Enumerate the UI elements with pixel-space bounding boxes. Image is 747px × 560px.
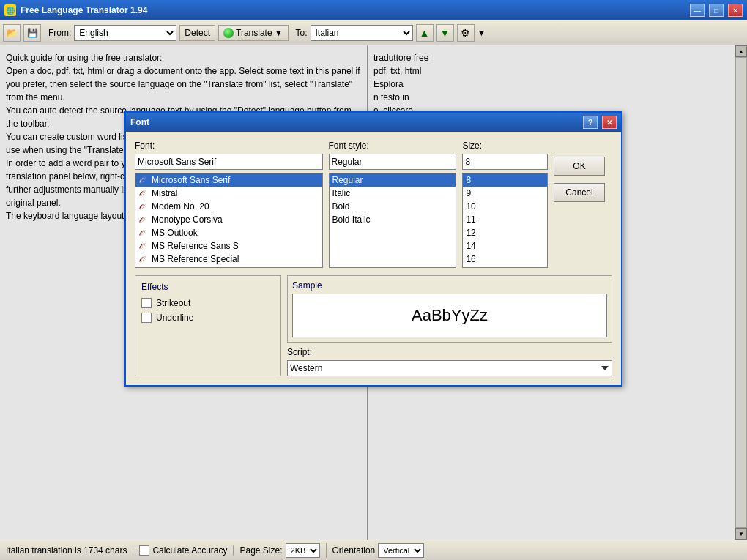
title-bar: 🌐 Free Language Translator 1.94 — □ ✕ — [0, 0, 747, 20]
size-list-item[interactable]: 9 — [463, 187, 547, 200]
strikeout-item: Strikeout — [141, 298, 275, 308]
size-list-item[interactable]: 12 — [463, 226, 547, 239]
toolbar: 📂 💾 From: English Detect Translate ▼ To:… — [0, 20, 747, 45]
font-ok-button[interactable]: OK — [554, 157, 605, 176]
font-dialog-title: Font — [130, 117, 579, 127]
detect-button[interactable]: Detect — [179, 25, 215, 41]
translate-icon — [223, 28, 234, 38]
font-name-input[interactable] — [135, 154, 323, 170]
style-item-label: Regular — [332, 175, 363, 185]
font-column: Font: 𝒪 Microsoft Sans Serif 𝒪 Mistral — [135, 141, 323, 268]
font-list-item-label: Monotype Corsiva — [152, 214, 223, 225]
font-listbox[interactable]: 𝒪 Microsoft Sans Serif 𝒪 Mistral 𝒪 Modem… — [135, 173, 323, 268]
modal-overlay: Font ? ✕ Font: 𝒪 Microsoft Sans Serif — [0, 45, 747, 540]
font-cancel-button[interactable]: Cancel — [554, 183, 605, 202]
font-list-item-label: Microsoft Sans Serif — [152, 175, 230, 185]
size-list-item[interactable]: 10 — [463, 200, 547, 213]
font-list-item-label: MS Reference Sans S — [152, 241, 239, 251]
font-dialog-help-button[interactable]: ? — [583, 116, 598, 129]
font-bottom-row: Effects Strikeout Underline — [135, 275, 612, 376]
font-type-icon: 𝒪 — [138, 255, 147, 264]
font-list-item-label: Modem No. 20 — [152, 201, 209, 212]
dialog-buttons-column: OK Cancel — [554, 141, 612, 268]
open-folder-button[interactable]: 📂 — [3, 24, 21, 42]
font-list-item[interactable]: 𝒪 MS Reference Special — [135, 253, 322, 266]
font-list-item-label: MS Outlook — [152, 228, 198, 238]
from-label: From: — [48, 28, 71, 38]
calculate-accuracy-checkbox[interactable] — [139, 545, 149, 556]
page-size-section: Page Size: 2KB — [239, 543, 326, 558]
orientation-dropdown[interactable]: Vertical — [378, 543, 424, 558]
style-item-label: Bold Italic — [332, 214, 371, 225]
script-label: Script: — [287, 347, 612, 357]
style-col-label: Font style: — [329, 141, 457, 151]
font-list-item[interactable]: 𝒪 Monotype Corsiva — [135, 213, 322, 226]
sample-script-column: Sample AaBbYyZz Script: Western — [287, 275, 612, 376]
strikeout-checkbox[interactable] — [141, 298, 152, 308]
app-title: Free Language Translator 1.94 — [21, 5, 685, 15]
font-type-icon: 𝒪 — [138, 228, 147, 238]
sample-text: AaBbYyZz — [412, 306, 488, 325]
font-type-icon: 𝒪 — [138, 202, 147, 212]
font-col-label: Font: — [135, 141, 323, 151]
style-input[interactable] — [329, 154, 457, 170]
main-area: Quick guide for using the free translato… — [0, 45, 747, 540]
orientation-section: Orientation Vertical — [332, 543, 431, 558]
to-label: To: — [296, 28, 308, 38]
arrow-up-button[interactable]: ▲ — [416, 24, 434, 42]
style-item-label: Italic — [332, 188, 351, 198]
to-language-dropdown[interactable]: Italian — [311, 25, 413, 41]
font-list-item[interactable]: 𝒪 Mistral — [135, 187, 322, 200]
font-type-icon: 𝒪 — [138, 176, 147, 185]
size-list-item[interactable]: 16 — [463, 253, 547, 266]
effects-legend: Effects — [141, 282, 275, 292]
page-size-label: Page Size: — [239, 545, 282, 556]
font-list-item[interactable]: 𝒪 MS Reference Sans S — [135, 239, 322, 253]
orientation-label: Orientation — [332, 545, 376, 556]
settings-button[interactable]: ⚙ — [457, 24, 475, 42]
style-list-item[interactable]: Italic — [330, 187, 456, 200]
style-listbox[interactable]: Regular Italic Bold Bold Italic — [329, 173, 457, 268]
style-item-label: Bold — [332, 201, 350, 212]
app-icon: 🌐 — [4, 4, 16, 16]
maximize-button[interactable]: □ — [709, 4, 724, 17]
font-top-row: Font: 𝒪 Microsoft Sans Serif 𝒪 Mistral — [135, 141, 612, 268]
page-size-dropdown[interactable]: 2KB — [286, 543, 320, 558]
size-listbox[interactable]: 8 9 10 11 12 14 16 — [462, 173, 548, 268]
status-bar: Italian translation is 1734 chars Calcul… — [0, 540, 747, 560]
size-list-item[interactable]: 8 — [463, 173, 547, 187]
font-dialog-close-button[interactable]: ✕ — [602, 116, 617, 129]
font-list-item[interactable]: 𝒪 MS Outlook — [135, 226, 322, 239]
font-list-item-label: Mistral — [152, 188, 177, 198]
font-list-item[interactable]: 𝒪 Microsoft Sans Serif — [135, 173, 322, 187]
script-dropdown[interactable]: Western — [287, 360, 612, 376]
size-input[interactable] — [462, 154, 548, 170]
font-list-item-label: MS Reference Special — [152, 254, 239, 264]
translation-info: Italian translation is 1734 chars — [6, 545, 127, 556]
font-dialog-titlebar: Font ? ✕ — [126, 113, 621, 132]
translation-info-section: Italian translation is 1734 chars — [6, 545, 133, 556]
font-dialog: Font ? ✕ Font: 𝒪 Microsoft Sans Serif — [124, 111, 622, 387]
style-column: Font style: Regular Italic Bold — [329, 141, 457, 268]
underline-item: Underline — [141, 313, 275, 323]
script-row: Script: Western — [287, 347, 612, 376]
font-type-icon: 𝒪 — [138, 189, 147, 198]
arrow-down-button[interactable]: ▼ — [436, 24, 454, 42]
from-language-dropdown[interactable]: English — [74, 25, 176, 41]
style-list-item[interactable]: Bold Italic — [330, 213, 456, 226]
size-list-item[interactable]: 14 — [463, 239, 547, 253]
translate-button[interactable]: Translate ▼ — [218, 25, 288, 41]
detect-label: Detect — [185, 28, 210, 38]
close-button[interactable]: ✕ — [728, 4, 743, 17]
size-list-item[interactable]: 11 — [463, 213, 547, 226]
save-button[interactable]: 💾 — [23, 24, 41, 42]
size-column: Size: 8 9 10 11 12 14 16 — [462, 141, 548, 268]
underline-checkbox[interactable] — [141, 313, 152, 323]
style-list-item[interactable]: Bold — [330, 200, 456, 213]
minimize-button[interactable]: — — [690, 4, 705, 17]
font-list-item[interactable]: 𝒪 Modem No. 20 — [135, 200, 322, 213]
style-list-item[interactable]: Regular — [330, 173, 456, 187]
underline-label: Underline — [156, 313, 193, 323]
calculate-accuracy-section: Calculate Accuracy — [139, 545, 234, 556]
sample-legend: Sample — [292, 280, 607, 291]
